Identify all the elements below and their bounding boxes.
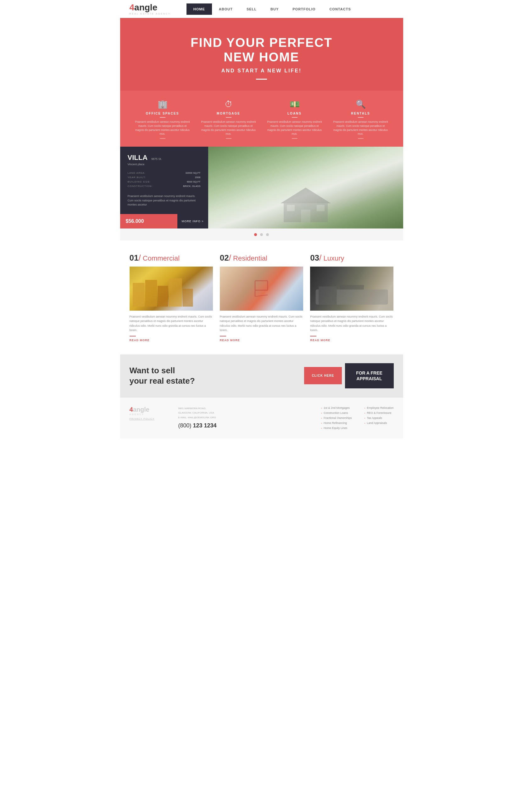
nav-sell[interactable]: SELL: [240, 3, 264, 15]
footer-links-section: -1st & 2nd Mortgages -Construction Loans…: [321, 406, 394, 430]
listing-residential: 02/ Residential Praesent vestibulum aene…: [220, 253, 303, 342]
listing-luxury-read-more[interactable]: READ MORE: [310, 339, 393, 342]
property-description: Praesent vestibulum aenean noummy endrer…: [128, 194, 201, 208]
svg-rect-16: [319, 287, 337, 305]
mortgage-divider: [226, 117, 232, 118]
detail-year-value: 2006: [195, 176, 201, 179]
footer-link-relocation[interactable]: -Employee Relocation: [364, 406, 393, 410]
logo-subtitle: REAL ESTATE AGENCY: [130, 13, 171, 15]
footer-address-line2: GLASGOW, CALIFORNIA, USA: [178, 411, 313, 415]
cta-click-button[interactable]: CLICK HERE: [304, 367, 342, 384]
footer-address-line3: E-MAIL: MAIL@DEMOLINK.ORG: [178, 415, 313, 420]
luxury-shape: [310, 266, 393, 311]
detail-building: BUILDING SIZE: 9000 SQ.FT: [128, 180, 201, 183]
feature-mortgage: ⏱ MORTGAGE Praesent vestibulum aenean no…: [200, 100, 257, 139]
commercial-svg: [133, 276, 210, 308]
listing-residential-text: Praesent vestibulum aenean noummy endrer…: [220, 314, 303, 333]
footer-phone-prefix: (800): [178, 422, 193, 429]
office-divider: [160, 117, 165, 118]
footer-logo-name: angle: [133, 406, 149, 413]
listing-commercial-image: [130, 266, 213, 311]
feature-loans: 💵 LOANS Praesent vestibulum aenean noumm…: [266, 100, 323, 139]
footer-link-construction[interactable]: -Construction Loans: [321, 411, 352, 415]
footer-links-col2: -Employee Relocation -REO & Foreclosure …: [364, 406, 393, 430]
footer-link-equity[interactable]: -Home Equity Lines: [321, 427, 352, 430]
listing-residential-divider: [220, 336, 226, 336]
loans-divider: [292, 117, 297, 118]
hero-section: FIND YOUR PERFECT NEW HOME AND START A N…: [120, 18, 403, 91]
footer-logo-sub: AGENCY: [130, 413, 170, 415]
listing-residential-header: 02/ Residential: [220, 253, 303, 263]
residential-shape: [220, 266, 303, 311]
listing-residential-number: 02: [220, 253, 229, 262]
detail-land-label: LAND AREA:: [128, 172, 146, 174]
property-header: VILLA 9875 St.: [128, 154, 201, 162]
listing-commercial-number: 01: [130, 253, 139, 262]
footer-phone: (800) 123 1234: [178, 422, 313, 429]
logo: 4angle REAL ESTATE AGENCY: [130, 3, 171, 15]
dot-3[interactable]: [266, 233, 269, 236]
svg-rect-6: [145, 280, 157, 307]
detail-year: YEAR BUILT: 2006: [128, 176, 201, 179]
footer-link-refinancing[interactable]: -Home Refinancing: [321, 421, 352, 425]
nav-home[interactable]: HOME: [186, 3, 212, 15]
cta-line2: your real estate?: [130, 376, 195, 385]
footer-link-tax[interactable]: -Tax Appeals: [364, 416, 393, 419]
listing-residential-type: Residential: [231, 254, 267, 262]
nav-contacts[interactable]: CONTACTS: [322, 3, 358, 15]
detail-year-label: YEAR BUILT:: [128, 176, 146, 179]
footer-logo-number: 4: [130, 406, 133, 413]
logo-number: 4: [130, 2, 134, 12]
header: 4angle REAL ESTATE AGENCY HOME ABOUT SEL…: [120, 0, 403, 18]
property-image: [208, 147, 403, 228]
listing-luxury: 03/ Luxury Praesent vestibulum aenean no…: [310, 253, 393, 342]
office-title: OFFICE SPACES: [134, 112, 191, 115]
footer: 4angle AGENCY PRIVACY POLICY 9801 MARMOR…: [120, 397, 403, 438]
detail-construction-label: CONSTRUCTION:: [128, 185, 153, 188]
footer-link-fractional[interactable]: -Fractional Ownerships: [321, 416, 352, 419]
property-building-svg: [274, 185, 337, 222]
listing-residential-read-more[interactable]: READ MORE: [220, 339, 303, 342]
cta-appraisal-line2: APPRAISAL: [357, 376, 382, 381]
footer-privacy-link[interactable]: PRIVACY POLICY: [130, 417, 170, 420]
cta-headline: Want to sell your real estate?: [130, 365, 301, 386]
listing-luxury-type: Luxury: [321, 254, 344, 262]
mortgage-icon: ⏱: [200, 100, 257, 109]
luxury-bath-svg: [312, 283, 391, 308]
footer-logo-text: 4angle: [130, 406, 170, 413]
svg-rect-7: [158, 286, 168, 307]
listing-luxury-number: 03: [310, 253, 319, 262]
dot-1[interactable]: [254, 233, 257, 236]
loans-text: Praesent vestibulum aenean noummy endrer…: [266, 120, 323, 136]
footer-link-land[interactable]: -Land Appraisals: [364, 421, 393, 425]
nav-about[interactable]: ABOUT: [212, 3, 240, 15]
office-icon: 🏢: [134, 100, 191, 109]
logo-name: angle: [134, 2, 157, 12]
hero-line1: FIND YOUR PERFECT: [191, 36, 332, 49]
rentals-text: Praesent vestibulum aenean noummy endrer…: [332, 120, 389, 136]
svg-marker-1: [281, 188, 331, 203]
property-more-info-button[interactable]: MORE INFO >: [177, 214, 208, 228]
listing-luxury-divider: [310, 336, 317, 336]
listing-commercial-text: Praesent vestibulum aenean noummy endrer…: [130, 314, 213, 333]
hero-line2: NEW HOME: [223, 50, 299, 64]
footer-link-mortgages[interactable]: -1st & 2nd Mortgages: [321, 406, 352, 410]
feature-rentals: 🔍 RENTALS Praesent vestibulum aenean nou…: [332, 100, 389, 139]
listing-commercial-slash: /: [138, 253, 141, 262]
cta-appraisal-label: FOR A FREE APPRAISAL: [345, 363, 394, 388]
footer-contact-section: 9801 MARMORA ROAD, GLASGOW, CALIFORNIA, …: [178, 406, 313, 429]
listing-commercial: 01/ Commercial Praesent vestibulum aenea…: [130, 253, 213, 342]
nav-buy[interactable]: BUY: [264, 3, 286, 15]
footer-address: 9801 MARMORA ROAD, GLASGOW, CALIFORNIA, …: [178, 406, 313, 420]
footer-link-reo[interactable]: -REO & Foreclosure: [364, 411, 393, 415]
cta-text: Want to sell your real estate?: [130, 365, 301, 386]
cta-line1: Want to sell: [130, 366, 175, 375]
property-showcase: VILLA 9875 St. Vincent place LAND AREA: …: [120, 147, 403, 228]
svg-rect-3: [287, 205, 295, 211]
cta-appraisal-line1: FOR A FREE: [356, 370, 382, 376]
listing-luxury-image: [310, 266, 393, 311]
listing-commercial-read-more[interactable]: READ MORE: [130, 339, 213, 342]
svg-rect-8: [168, 278, 182, 307]
nav-portfolio[interactable]: PORTFOLIO: [286, 3, 322, 15]
dot-2[interactable]: [260, 233, 263, 236]
